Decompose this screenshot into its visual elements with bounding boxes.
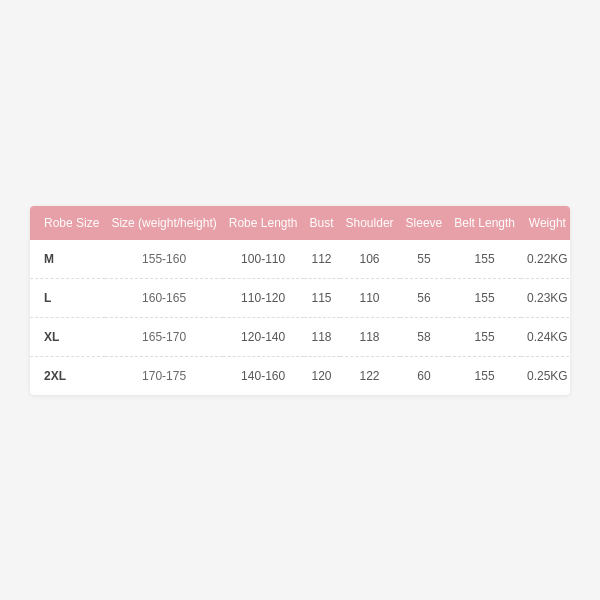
cell-sleeve: 58 xyxy=(400,317,449,356)
cell-robe-size: XL xyxy=(30,317,105,356)
cell-bust: 115 xyxy=(304,278,340,317)
cell-belt-length: 155 xyxy=(448,317,521,356)
cell-robe-length: 110-120 xyxy=(223,278,304,317)
cell-size-wh: 160-165 xyxy=(105,278,222,317)
cell-belt-length: 155 xyxy=(448,278,521,317)
table-row: 2XL170-175140-160120122601550.25KG xyxy=(30,356,570,395)
col-header-bust: Bust xyxy=(304,206,340,240)
cell-bust: 120 xyxy=(304,356,340,395)
cell-robe-size: 2XL xyxy=(30,356,105,395)
table-row: M155-160100-110112106551550.22KG xyxy=(30,240,570,279)
cell-shoulder: 118 xyxy=(340,317,400,356)
cell-weight: 0.25KG xyxy=(521,356,570,395)
size-chart-table: Robe Size Size (weight/height) Robe Leng… xyxy=(30,206,570,395)
cell-sleeve: 55 xyxy=(400,240,449,279)
cell-robe-size: L xyxy=(30,278,105,317)
cell-robe-length: 140-160 xyxy=(223,356,304,395)
cell-robe-size: M xyxy=(30,240,105,279)
cell-shoulder: 122 xyxy=(340,356,400,395)
table-row: XL165-170120-140118118581550.24KG xyxy=(30,317,570,356)
cell-belt-length: 155 xyxy=(448,240,521,279)
cell-sleeve: 60 xyxy=(400,356,449,395)
cell-shoulder: 106 xyxy=(340,240,400,279)
cell-bust: 118 xyxy=(304,317,340,356)
col-header-weight: Weight xyxy=(521,206,570,240)
col-header-size-wh: Size (weight/height) xyxy=(105,206,222,240)
cell-size-wh: 155-160 xyxy=(105,240,222,279)
table-row: L160-165110-120115110561550.23KG xyxy=(30,278,570,317)
cell-robe-length: 100-110 xyxy=(223,240,304,279)
cell-robe-length: 120-140 xyxy=(223,317,304,356)
cell-size-wh: 165-170 xyxy=(105,317,222,356)
col-header-sleeve: Sleeve xyxy=(400,206,449,240)
col-header-shoulder: Shoulder xyxy=(340,206,400,240)
cell-weight: 0.22KG xyxy=(521,240,570,279)
col-header-robe-size: Robe Size xyxy=(30,206,105,240)
table-header-row: Robe Size Size (weight/height) Robe Leng… xyxy=(30,206,570,240)
cell-bust: 112 xyxy=(304,240,340,279)
size-chart-container: Robe Size Size (weight/height) Robe Leng… xyxy=(30,206,570,395)
col-header-belt-length: Belt Length xyxy=(448,206,521,240)
cell-belt-length: 155 xyxy=(448,356,521,395)
col-header-robe-length: Robe Length xyxy=(223,206,304,240)
cell-size-wh: 170-175 xyxy=(105,356,222,395)
cell-shoulder: 110 xyxy=(340,278,400,317)
cell-sleeve: 56 xyxy=(400,278,449,317)
cell-weight: 0.23KG xyxy=(521,278,570,317)
cell-weight: 0.24KG xyxy=(521,317,570,356)
